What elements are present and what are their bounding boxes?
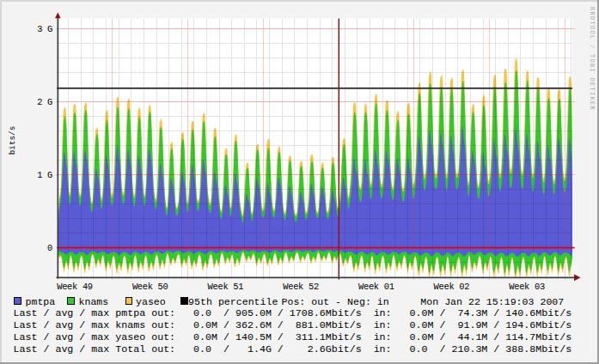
svg-text:Week 01: Week 01 bbox=[358, 282, 394, 292]
svg-text:Pos: out - Neg: in: Pos: out - Neg: in bbox=[282, 296, 389, 307]
svg-text:yaseo: yaseo bbox=[136, 296, 166, 307]
svg-text:Week 49: Week 49 bbox=[57, 282, 93, 292]
svg-text:pmtpa: pmtpa bbox=[26, 296, 56, 307]
svg-text:Week 02: Week 02 bbox=[434, 282, 470, 292]
svg-text:95th percentile: 95th percentile bbox=[188, 296, 278, 307]
svg-text:Week 50: Week 50 bbox=[132, 282, 168, 292]
svg-text:Last / avg / max pmtpa out:: Last / avg / max pmtpa out: 0.0 / 905.0M… bbox=[14, 307, 572, 318]
svg-text:Week 03: Week 03 bbox=[509, 282, 545, 292]
svg-text:RRDTOOL / TOBI OETIKER: RRDTOOL / TOBI OETIKER bbox=[589, 7, 596, 111]
svg-text:0: 0 bbox=[47, 243, 52, 253]
svg-text:3 G: 3 G bbox=[37, 24, 52, 34]
svg-text:bits/s: bits/s bbox=[8, 126, 17, 155]
svg-text:Last / avg / max yaseo out:: Last / avg / max yaseo out: 0.0M / 140.5… bbox=[14, 331, 572, 343]
svg-text:Last / avg / max knams out:: Last / avg / max knams out: 0.0M / 362.6… bbox=[14, 319, 572, 331]
svg-text:Last / avg / max Total out:: Last / avg / max Total out: 0.0 / 1.4G /… bbox=[14, 343, 572, 355]
svg-text:2 G: 2 G bbox=[37, 97, 52, 107]
svg-text:Week 51: Week 51 bbox=[208, 282, 244, 292]
svg-text:Mon Jan 22 15:19:03 2007: Mon Jan 22 15:19:03 2007 bbox=[420, 296, 564, 307]
svg-text:1 G: 1 G bbox=[37, 170, 52, 180]
svg-text:knams: knams bbox=[79, 296, 109, 307]
svg-text:Week 52: Week 52 bbox=[283, 282, 319, 292]
